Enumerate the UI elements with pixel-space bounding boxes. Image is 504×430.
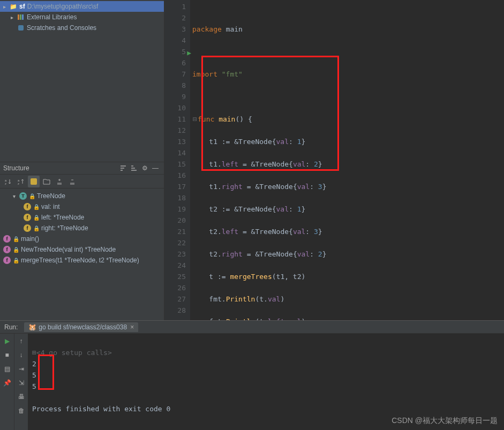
- expand-icon[interactable]: [54, 176, 65, 187]
- func-badge-icon: f: [3, 246, 11, 253]
- struct-merge[interactable]: f🔒mergeTrees(t1 *TreeNode, t2 *TreeNode): [0, 255, 164, 266]
- struct-main[interactable]: f🔒main(): [0, 233, 164, 244]
- stop-icon[interactable]: ■: [2, 350, 12, 360]
- run-tab[interactable]: 🐹 go build sf/newclass2/class038 ×: [24, 322, 138, 332]
- external-lib-label: External Libraries: [27, 13, 77, 21]
- structure-tree[interactable]: ▾T🔒TreeNode f🔒val: int f🔒left: *TreeNode…: [0, 188, 164, 320]
- gear-icon[interactable]: ⚙: [139, 163, 150, 173]
- console-output[interactable]: ⊞<4 go setup calls> 2 5 5 Process finish…: [28, 334, 504, 430]
- structure-header: Structure ⚙ —: [0, 162, 164, 175]
- layout-icon[interactable]: ▤: [2, 364, 12, 374]
- svg-rect-2: [22, 14, 24, 20]
- play-icon[interactable]: ▶: [2, 336, 12, 346]
- project-name: sf: [19, 3, 25, 10]
- fields-icon[interactable]: [28, 176, 40, 187]
- chevron-right-icon: ▸: [11, 14, 17, 20]
- hide-icon[interactable]: —: [150, 163, 161, 173]
- chevron-right-icon: ▸: [3, 4, 10, 10]
- lock-icon: 🔒: [33, 204, 40, 210]
- run-toolbar-left2: ↑ ↓ ⇥ ⇲ 🖶 🗑: [14, 334, 28, 430]
- structure-title: Structure: [3, 164, 118, 172]
- project-path: D:\mysetup\gopath\src\sf: [27, 3, 99, 10]
- structure-toolbar: az az: [0, 175, 164, 188]
- trash-icon[interactable]: 🗑: [16, 405, 27, 416]
- type-badge-icon: T: [19, 192, 27, 200]
- sort-icon[interactable]: [118, 163, 129, 173]
- svg-rect-3: [18, 25, 24, 31]
- pin-icon[interactable]: 📌: [2, 378, 12, 388]
- field-badge-icon: f: [24, 224, 31, 232]
- code-area[interactable]: package main import "fmt" ⊟func main() {…: [190, 0, 504, 320]
- lock-icon: 🔒: [33, 225, 40, 231]
- up-icon[interactable]: ↑: [16, 336, 27, 346]
- scratches-consoles[interactable]: Scratches and Consoles: [0, 22, 164, 33]
- field-badge-icon: f: [24, 214, 31, 221]
- func-badge-icon: f: [3, 235, 11, 243]
- scratch-icon: [17, 24, 25, 32]
- close-icon[interactable]: ×: [130, 323, 134, 331]
- code-editor[interactable]: 1234567891011121314151617181920212223242…: [164, 0, 504, 320]
- down-icon[interactable]: ↓: [16, 350, 27, 360]
- external-libraries[interactable]: ▸ External Libraries: [0, 12, 164, 22]
- struct-newtree[interactable]: f🔒NewTreeNode(val int) *TreeNode: [0, 244, 164, 255]
- struct-treenode[interactable]: ▾T🔒TreeNode: [0, 191, 164, 201]
- sort-vis-icon[interactable]: az: [15, 176, 27, 187]
- scratches-label: Scratches and Consoles: [27, 24, 96, 32]
- print-icon[interactable]: 🖶: [16, 391, 27, 402]
- struct-right[interactable]: f🔒right: *TreeNode: [0, 223, 164, 233]
- svg-text:z: z: [5, 182, 6, 185]
- run-label: Run:: [4, 323, 18, 331]
- collapse-icon[interactable]: [66, 176, 78, 187]
- scroll-icon[interactable]: ⇲: [16, 378, 27, 388]
- run-toolbar-left: ▶ ■ ▤ 📌: [0, 334, 14, 430]
- lock-icon: 🔒: [29, 193, 35, 199]
- svg-rect-1: [20, 14, 21, 20]
- go-icon: 🐹: [28, 323, 36, 331]
- watermark: CSDN @福大大架构师每日一题: [392, 416, 498, 426]
- lock-icon: 🔒: [13, 236, 19, 242]
- svg-rect-8: [31, 178, 37, 185]
- chevron-down-icon: ▾: [13, 193, 19, 199]
- field-badge-icon: f: [24, 203, 31, 210]
- project-tree[interactable]: ▸ sf D:\mysetup\gopath\src\sf ▸ External…: [0, 0, 164, 34]
- lock-icon: 🔒: [13, 258, 19, 263]
- svg-text:z: z: [18, 182, 19, 185]
- lock-icon: 🔒: [33, 215, 40, 221]
- project-root[interactable]: ▸ sf D:\mysetup\gopath\src\sf: [0, 1, 164, 12]
- library-icon: [17, 13, 25, 21]
- gutter: 1234567891011121314151617181920212223242…: [164, 0, 190, 320]
- lock-icon: 🔒: [13, 247, 19, 253]
- folder-icon: [10, 3, 19, 10]
- struct-val[interactable]: f🔒val: int: [0, 201, 164, 212]
- sort2-icon[interactable]: [129, 163, 139, 173]
- struct-left[interactable]: f🔒left: *TreeNode: [0, 212, 164, 223]
- svg-rect-0: [18, 14, 19, 20]
- run-panel: Run: 🐹 go build sf/newclass2/class038 × …: [0, 320, 504, 430]
- run-header: Run: 🐹 go build sf/newclass2/class038 ×: [0, 321, 504, 334]
- sort-alpha-icon[interactable]: az: [2, 176, 14, 187]
- wrap-icon[interactable]: ⇥: [16, 364, 27, 374]
- func-badge-icon: f: [3, 257, 11, 264]
- folder-btn-icon[interactable]: [41, 176, 52, 187]
